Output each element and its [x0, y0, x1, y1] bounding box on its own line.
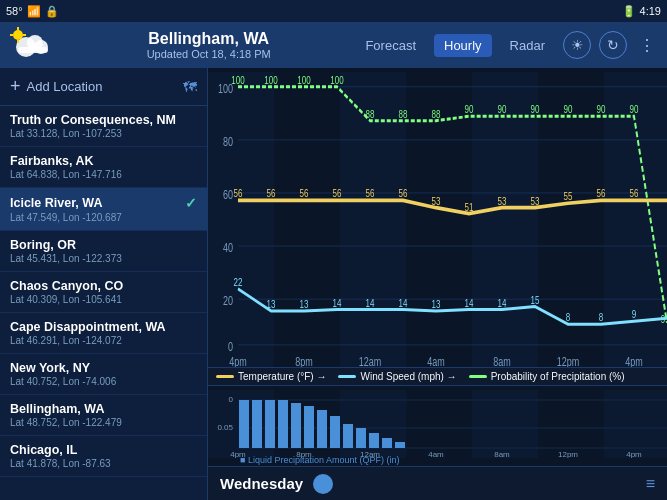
location-name: Fairbanks, AK [10, 154, 197, 168]
main-content: + Add Location 🗺 Truth or Consequences, … [0, 68, 667, 500]
svg-text:100: 100 [231, 73, 245, 86]
location-name: Truth or Consequences, NM [10, 113, 197, 127]
svg-text:22: 22 [234, 275, 243, 288]
location-name: Chaos Canyon, CO [10, 279, 197, 293]
svg-text:53: 53 [432, 194, 441, 207]
svg-text:60: 60 [223, 187, 233, 201]
svg-text:56: 56 [597, 187, 606, 200]
location-name: Bellingham, WA [10, 402, 197, 416]
svg-text:14: 14 [399, 296, 408, 309]
list-item[interactable]: Cape Disappointment, WA Lat 46.291, Lon … [0, 313, 207, 354]
city-name: Bellingham, WA [62, 30, 355, 48]
chart-content: 100 80 60 40 20 0 4pm 8pm 12am 4am 8am 1… [208, 68, 667, 500]
add-location-btn[interactable]: + Add Location 🗺 [0, 68, 207, 106]
precip-chart-svg: 0 0.05 [208, 390, 667, 458]
list-item[interactable]: Chicago, IL Lat 41.878, Lon -87.63 [0, 436, 207, 477]
location-coords: Lat 46.291, Lon -124.072 [10, 335, 197, 346]
svg-text:88: 88 [366, 107, 375, 120]
svg-text:56: 56 [300, 187, 309, 200]
list-view-icon[interactable]: ≡ [646, 475, 655, 493]
svg-text:0: 0 [228, 339, 233, 353]
location-name: Chicago, IL [10, 443, 197, 457]
svg-text:14: 14 [465, 296, 474, 309]
svg-rect-89 [317, 410, 327, 448]
temperature-legend-label: Temperature (°F) → [238, 371, 326, 382]
location-name: Boring, OR [10, 238, 197, 252]
legend-temperature: Temperature (°F) → [216, 371, 326, 382]
precip-chart-label: ■ Liquid Precipitation Amount (QPF) (in) [240, 455, 400, 465]
svg-text:8am: 8am [494, 450, 510, 458]
map-icon[interactable]: 🗺 [183, 79, 197, 95]
location-name: New York, NY [10, 361, 197, 375]
svg-text:13: 13 [267, 297, 276, 310]
list-item[interactable]: Boring, OR Lat 45.431, Lon -122.373 [0, 231, 207, 272]
list-item[interactable]: Truth or Consequences, NM Lat 33.128, Lo… [0, 106, 207, 147]
refresh-btn[interactable]: ↻ [599, 31, 627, 59]
header-nav: Forecast Hourly Radar ☀ ↻ ⋮ [355, 31, 659, 59]
svg-text:53: 53 [531, 194, 540, 207]
forecast-tab[interactable]: Forecast [355, 34, 426, 57]
list-item[interactable]: Fairbanks, AK Lat 64.838, Lon -147.716 [0, 147, 207, 188]
sun-icon-btn[interactable]: ☀ [563, 31, 591, 59]
precipitation-chart: 0 0.05 [208, 386, 667, 466]
svg-text:0.05: 0.05 [217, 423, 233, 432]
list-item[interactable]: Bellingham, WA Lat 48.752, Lon -122.479 [0, 395, 207, 436]
main-chart: 100 80 60 40 20 0 4pm 8pm 12am 4am 8am 1… [208, 68, 667, 367]
location-coords: Lat 48.752, Lon -122.479 [10, 417, 197, 428]
day-indicator-dot[interactable] [313, 474, 333, 494]
location-coords: Lat 40.752, Lon -74.006 [10, 376, 197, 387]
status-right: 🔋 4:19 [622, 5, 661, 18]
legend-precip: Probability of Precipitation (%) [469, 371, 625, 382]
list-item[interactable]: Chaos Canyon, CO Lat 40.309, Lon -105.64… [0, 272, 207, 313]
svg-text:14: 14 [333, 296, 342, 309]
svg-text:4pm: 4pm [229, 354, 246, 367]
precip-legend-swatch [469, 375, 487, 378]
svg-text:51: 51 [465, 200, 474, 213]
svg-text:100: 100 [330, 73, 344, 86]
svg-rect-93 [369, 433, 379, 448]
svg-rect-92 [356, 428, 366, 448]
overflow-menu-btn[interactable]: ⋮ [635, 32, 659, 59]
svg-text:8pm: 8pm [295, 354, 312, 367]
svg-text:56: 56 [333, 187, 342, 200]
lock-icon: 🔒 [45, 5, 59, 18]
hourly-tab[interactable]: Hourly [434, 34, 492, 57]
location-coords: Lat 45.431, Lon -122.373 [10, 253, 197, 264]
legend-wind: Wind Speed (mph) → [338, 371, 456, 382]
svg-text:88: 88 [399, 107, 408, 120]
list-item[interactable]: New York, NY Lat 40.752, Lon -74.006 [0, 354, 207, 395]
battery-icon: 🔋 [622, 5, 636, 18]
svg-text:56: 56 [366, 187, 375, 200]
svg-text:0: 0 [229, 395, 234, 404]
svg-rect-85 [265, 400, 275, 448]
svg-text:8: 8 [599, 311, 604, 324]
bottom-bar: Wednesday ≡ [208, 466, 667, 500]
svg-rect-95 [395, 442, 405, 448]
svg-rect-86 [278, 400, 288, 448]
location-coords: Lat 33.128, Lon -107.253 [10, 128, 197, 139]
svg-text:20: 20 [223, 293, 233, 307]
svg-text:40: 40 [223, 240, 233, 254]
list-item[interactable]: Icicle River, WA ✓ Lat 47.549, Lon -120.… [0, 188, 207, 231]
svg-text:56: 56 [234, 187, 243, 200]
svg-rect-88 [304, 406, 314, 448]
svg-text:56: 56 [267, 187, 276, 200]
wind-legend-label: Wind Speed (mph) → [360, 371, 456, 382]
svg-rect-90 [330, 416, 340, 448]
svg-text:90: 90 [564, 103, 573, 116]
radar-tab[interactable]: Radar [500, 34, 555, 57]
svg-text:90: 90 [465, 103, 474, 116]
selected-check-icon: ✓ [185, 195, 197, 211]
app-header: Bellingham, WA Updated Oct 18, 4:18 PM F… [0, 22, 667, 68]
svg-text:12pm: 12pm [558, 450, 578, 458]
svg-rect-83 [239, 400, 249, 448]
svg-text:56: 56 [399, 187, 408, 200]
location-coords: Lat 47.549, Lon -120.687 [10, 212, 197, 223]
svg-text:8am: 8am [493, 354, 510, 367]
svg-text:80: 80 [223, 134, 233, 148]
svg-text:4am: 4am [427, 354, 444, 367]
location-coords: Lat 64.838, Lon -147.716 [10, 169, 197, 180]
wind-legend-swatch [338, 375, 356, 378]
svg-text:12pm: 12pm [557, 354, 579, 367]
svg-text:55: 55 [564, 190, 573, 203]
